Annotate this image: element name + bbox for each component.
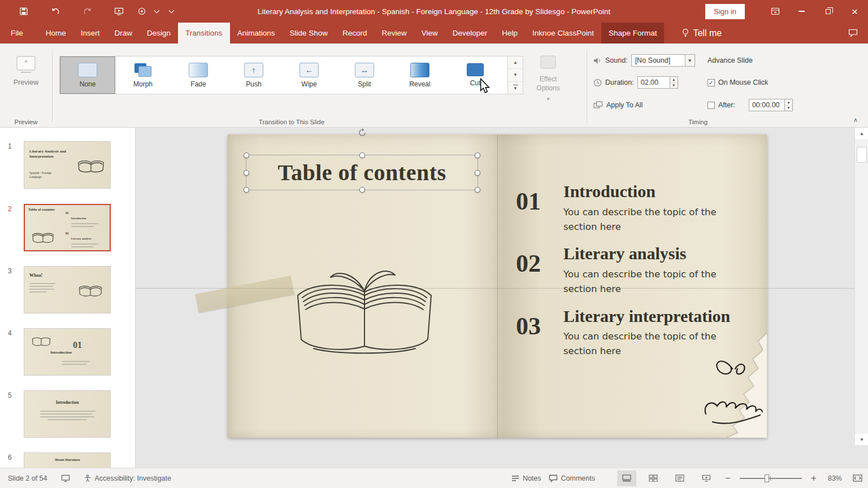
slide-show-view-button[interactable]	[697, 470, 716, 486]
toc-item-3[interactable]: 03 Literary interpretation You can descr…	[516, 307, 767, 359]
tab-home[interactable]: Home	[38, 23, 73, 43]
rotation-handle[interactable]	[357, 128, 367, 138]
selection-handle-mid-left[interactable]	[244, 170, 249, 176]
tab-draw[interactable]: Draw	[107, 23, 140, 43]
selection-handle-bottom-right[interactable]	[475, 187, 480, 193]
gallery-scroll-up-button[interactable]: ▲	[508, 56, 523, 69]
save-button[interactable]	[8, 0, 40, 23]
comments-toggle-button[interactable]: Comments	[549, 474, 595, 482]
tell-me-button[interactable]: Tell me	[674, 23, 730, 43]
slide-2-thumbnail[interactable]: Table of contents 01Introduction 02Liter…	[24, 204, 111, 251]
tab-help[interactable]: Help	[494, 23, 525, 43]
transition-split[interactable]: ↔ Split	[337, 56, 392, 94]
selection-handle-top-right[interactable]	[475, 152, 480, 158]
zoom-out-button[interactable]: −	[723, 473, 732, 483]
selection-handle-top-left[interactable]	[244, 152, 249, 158]
transition-wipe[interactable]: ← Wipe	[281, 56, 337, 94]
duration-spinner[interactable]: 02.00 ▲▼	[637, 76, 678, 89]
accessibility-checker-button[interactable]: Accessibility: Investigate	[84, 474, 171, 482]
open-book-illustration[interactable]	[280, 250, 449, 358]
scroll-down-button[interactable]: ▼	[855, 434, 868, 445]
slide-sorter-view-button[interactable]	[644, 470, 663, 486]
notes-toggle-button[interactable]: Notes	[511, 474, 541, 482]
normal-view-button[interactable]	[617, 470, 636, 486]
tab-slide-show[interactable]: Slide Show	[282, 23, 335, 43]
tab-record[interactable]: Record	[335, 23, 375, 43]
apply-to-all-button[interactable]: Apply To All	[593, 98, 643, 112]
selection-handle-mid-right[interactable]	[475, 170, 480, 176]
tab-insert[interactable]: Insert	[73, 23, 107, 43]
slide-4-thumbnail[interactable]: 01 Introduction	[24, 328, 111, 376]
close-button[interactable]: ×	[841, 0, 868, 23]
tab-animations[interactable]: Animations	[230, 23, 283, 43]
restore-button[interactable]	[815, 0, 841, 23]
horizontal-guide-line[interactable]	[136, 288, 854, 289]
selection-handle-top-center[interactable]	[359, 152, 365, 158]
tab-shape-format[interactable]: Shape Format	[601, 23, 665, 43]
on-mouse-click-row: ✓ On Mouse Click	[708, 76, 768, 89]
tab-developer[interactable]: Developer	[445, 23, 495, 43]
titlebar-right: Sign in ×	[705, 0, 868, 23]
fit-slide-to-window-button[interactable]	[853, 474, 862, 482]
sign-in-button[interactable]: Sign in	[705, 4, 745, 19]
ribbon-display-options-button[interactable]	[762, 0, 788, 23]
tab-inknoe-classpoint[interactable]: Inknoe ClassPoint	[525, 23, 601, 43]
scrollbar-thumb[interactable]	[857, 147, 867, 163]
tab-transitions[interactable]: Transitions	[178, 23, 230, 43]
selection-handle-bottom-left[interactable]	[244, 187, 249, 193]
pointer-tool-button[interactable]	[134, 0, 149, 23]
vertical-scrollbar[interactable]: ▲ ▼	[854, 128, 868, 445]
slide-canvas[interactable]: Table of contents 01	[228, 134, 767, 438]
customize-quick-access-button[interactable]	[164, 0, 179, 23]
toc-item-2[interactable]: 02 Literary analysis You can describe th…	[516, 244, 767, 297]
after-spinner[interactable]: 00:00.00 ▲▼	[749, 99, 793, 111]
transition-reveal[interactable]: Reveal	[392, 56, 448, 94]
spin-down-button[interactable]: ▼	[670, 83, 678, 89]
feedback-button[interactable]	[843, 23, 862, 43]
transition-morph[interactable]: Morph	[115, 56, 171, 94]
selection-handle-bottom-center[interactable]	[359, 187, 365, 193]
undo-button[interactable]	[40, 0, 71, 23]
spin-down-button[interactable]: ▼	[785, 106, 792, 111]
effect-options-button[interactable]: Effect Options ▼	[528, 51, 568, 110]
tab-file[interactable]: File	[3, 23, 31, 43]
minimize-button[interactable]	[788, 0, 815, 23]
gallery-scroll-down-button[interactable]: ▼	[508, 69, 523, 81]
tab-view[interactable]: View	[414, 23, 445, 43]
slide-1-thumbnail[interactable]: Literary Analysis and Interpretation Spa…	[24, 141, 111, 189]
reading-view-button[interactable]	[670, 470, 689, 486]
transition-none[interactable]: None	[60, 56, 115, 94]
gallery-more-button[interactable]: ▼	[508, 82, 523, 94]
preview-button[interactable]: Preview	[7, 51, 45, 104]
transition-cut[interactable]: Cut	[448, 56, 503, 94]
slide-5-thumbnail[interactable]: Introduction	[24, 390, 111, 438]
thumb2-toc: 01Introduction 02Literary analysis 03Lit…	[66, 211, 99, 251]
slide-title-textbox[interactable]: Table of contents	[246, 155, 478, 190]
slide-number-2: 2	[8, 205, 12, 213]
spin-up-button[interactable]: ▲	[785, 99, 792, 106]
transition-push[interactable]: ↑ Push	[226, 56, 281, 94]
transition-push-icon: ↑	[244, 63, 263, 77]
spin-up-button[interactable]: ▲	[670, 77, 678, 83]
scroll-up-button[interactable]: ▲	[855, 128, 868, 139]
slide-6-thumbnail[interactable]: About literature	[24, 452, 111, 468]
tab-review[interactable]: Review	[375, 23, 414, 43]
pointer-dropdown[interactable]	[149, 0, 164, 23]
display-settings-button[interactable]	[61, 474, 70, 482]
zoom-slider[interactable]	[740, 478, 802, 479]
zoom-slider-thumb[interactable]	[765, 474, 769, 482]
zoom-in-button[interactable]: +	[809, 473, 818, 483]
after-checkbox[interactable]	[708, 102, 715, 109]
slide-number-4: 4	[8, 329, 12, 337]
tab-design[interactable]: Design	[140, 23, 178, 43]
start-slideshow-button[interactable]	[103, 0, 134, 23]
toc-item-1[interactable]: 01 Introduction You can describe the top…	[516, 182, 767, 234]
sound-row: Sound: [No Sound] ▼	[593, 54, 695, 67]
on-mouse-click-checkbox[interactable]: ✓	[708, 79, 715, 86]
redo-button[interactable]	[71, 0, 103, 23]
collapse-ribbon-button[interactable]: ∧	[853, 116, 858, 124]
transition-fade[interactable]: Fade	[171, 56, 226, 94]
slide-3-thumbnail[interactable]: Whoa!	[24, 266, 111, 313]
zoom-percentage[interactable]: 83%	[828, 474, 842, 482]
sound-dropdown[interactable]: [No Sound] ▼	[631, 54, 695, 67]
